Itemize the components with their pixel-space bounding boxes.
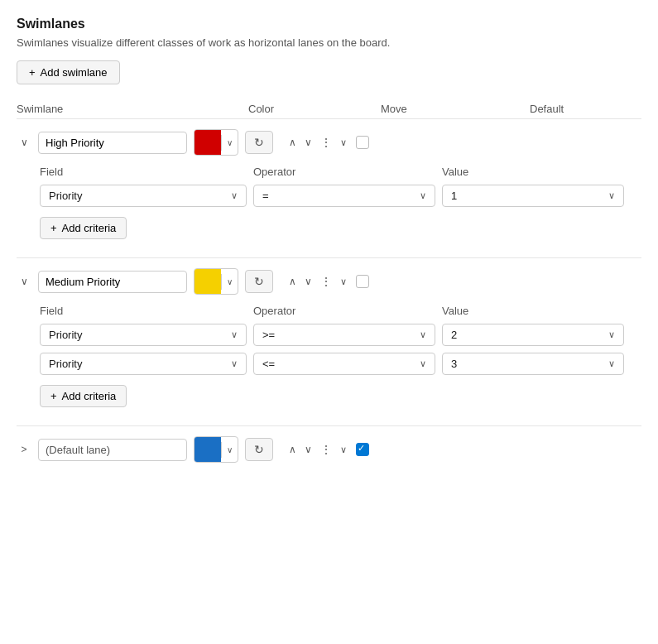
criteria-header-medium-priority: Field Operator Value: [40, 305, 641, 317]
move-up-button-high-priority[interactable]: ∧: [286, 135, 299, 150]
chevron-down-icon: ∨: [608, 190, 615, 201]
refresh-button-default-lane[interactable]: ↻: [245, 438, 273, 461]
color-picker-medium-priority[interactable]: ∨: [194, 268, 238, 295]
chevron-down-icon: ∨: [231, 329, 238, 340]
value-select-medium-priority-2[interactable]: 3 ∨: [442, 353, 624, 375]
default-checked-indicator: [356, 443, 369, 456]
more-options-button-default-lane[interactable]: ⋮: [318, 441, 334, 458]
color-dropdown-chevron-medium[interactable]: ∨: [221, 274, 238, 290]
criteria-row-medium-priority-1: Priority ∨ >= ∨ 2 ∨: [40, 324, 641, 346]
swimlane-medium-priority: ∨ ∨ ↻ ∧ ∨ ⋮ ∨ Field Operator Value Prior…: [17, 258, 641, 426]
add-criteria-button-medium-priority[interactable]: + Add criteria: [40, 385, 127, 407]
page-title: Swimlanes: [17, 17, 641, 31]
move-controls-default-lane: ∧ ∨ ⋮ ∨: [286, 441, 349, 458]
chevron-down-icon: ∨: [231, 358, 238, 369]
field-select-medium-priority-2[interactable]: Priority ∨: [40, 353, 247, 375]
expand-button-default-lane[interactable]: >: [17, 442, 31, 457]
value-label: Value: [442, 305, 624, 317]
default-checkbox-medium-priority[interactable]: [356, 275, 369, 288]
expand-move-button-high-priority[interactable]: ∨: [338, 136, 349, 150]
swimlane-name-input-high-priority[interactable]: [38, 132, 187, 154]
plus-icon: +: [50, 222, 57, 234]
swimlane-name-input-default-lane[interactable]: [38, 439, 187, 461]
chevron-down-icon: ∨: [608, 329, 615, 340]
color-picker-high-priority[interactable]: ∨: [194, 129, 238, 156]
operator-label: Operator: [253, 305, 435, 317]
collapse-button-medium-priority[interactable]: ∨: [17, 274, 31, 289]
field-label: Field: [40, 305, 247, 317]
color-dropdown-chevron-default[interactable]: ∨: [221, 442, 238, 458]
move-controls-medium-priority: ∧ ∨ ⋮ ∨: [286, 273, 349, 290]
criteria-header-high-priority: Field Operator Value: [40, 166, 641, 178]
criteria-section-medium-priority: Field Operator Value Priority ∨ >= ∨ 2 ∨…: [40, 305, 641, 407]
move-down-button-medium-priority[interactable]: ∨: [302, 274, 315, 289]
chevron-down-icon: ∨: [420, 329, 426, 340]
more-options-button-medium-priority[interactable]: ⋮: [318, 273, 334, 290]
collapse-button-high-priority[interactable]: ∨: [17, 135, 31, 150]
criteria-section-high-priority: Field Operator Value Priority ∨ = ∨ 1 ∨ …: [40, 166, 641, 239]
default-checkbox-high-priority[interactable]: [356, 136, 369, 149]
operator-label: Operator: [253, 166, 435, 178]
expand-move-button-default-lane[interactable]: ∨: [338, 443, 349, 457]
more-options-button-high-priority[interactable]: ⋮: [318, 134, 334, 151]
value-select-medium-priority-1[interactable]: 2 ∨: [442, 324, 624, 346]
operator-select-medium-priority-2[interactable]: <= ∨: [253, 353, 435, 375]
criteria-row-medium-priority-2: Priority ∨ <= ∨ 3 ∨: [40, 353, 641, 375]
table-header: Swimlane Color Move Default: [17, 99, 641, 119]
swimlane-header-row-default: > ∨ ↻ ∧ ∨ ⋮ ∨: [17, 436, 641, 463]
swimlane-header-row-medium: ∨ ∨ ↻ ∧ ∨ ⋮ ∨: [17, 268, 641, 295]
color-swatch-high-priority: [195, 130, 221, 155]
field-label: Field: [40, 166, 247, 178]
color-dropdown-chevron[interactable]: ∨: [221, 135, 238, 151]
field-select-medium-priority-1[interactable]: Priority ∨: [40, 324, 247, 346]
swimlane-header-row: ∨ ∨ ↻ ∧ ∨ ⋮ ∨: [17, 129, 641, 156]
add-swimlane-button[interactable]: + Add swimlane: [17, 60, 120, 84]
refresh-button-medium-priority[interactable]: ↻: [245, 270, 273, 293]
field-select-high-priority-1[interactable]: Priority ∨: [40, 185, 247, 207]
col-color: Color: [248, 103, 381, 115]
col-swimlane: Swimlane: [17, 103, 248, 115]
swimlane-name-input-medium-priority[interactable]: [38, 271, 187, 293]
color-swatch-default-lane: [195, 437, 221, 462]
refresh-button-high-priority[interactable]: ↻: [245, 131, 273, 154]
add-criteria-button-high-priority[interactable]: + Add criteria: [40, 217, 127, 239]
swimlane-default-lane: > ∨ ↻ ∧ ∨ ⋮ ∨: [17, 426, 641, 483]
color-picker-default-lane[interactable]: ∨: [194, 436, 238, 463]
col-move: Move: [381, 103, 530, 115]
move-down-button-default-lane[interactable]: ∨: [302, 442, 315, 457]
col-default: Default: [530, 103, 596, 115]
move-down-button-high-priority[interactable]: ∨: [302, 135, 315, 150]
move-up-button-default-lane[interactable]: ∧: [286, 442, 299, 457]
swimlane-high-priority: ∨ ∨ ↻ ∧ ∨ ⋮ ∨ Field Operator Value Prior…: [17, 119, 641, 258]
page-subtitle: Swimlanes visualize different classes of…: [17, 36, 641, 49]
color-swatch-medium-priority: [195, 269, 221, 294]
value-select-high-priority-1[interactable]: 1 ∨: [442, 185, 624, 207]
move-controls-high-priority: ∧ ∨ ⋮ ∨: [286, 134, 349, 151]
expand-move-button-medium-priority[interactable]: ∨: [338, 275, 349, 289]
chevron-down-icon: ∨: [420, 190, 426, 201]
chevron-down-icon: ∨: [231, 190, 238, 201]
operator-select-medium-priority-1[interactable]: >= ∨: [253, 324, 435, 346]
plus-icon: +: [29, 66, 36, 79]
chevron-down-icon: ∨: [420, 358, 426, 369]
plus-icon: +: [50, 390, 57, 402]
move-up-button-medium-priority[interactable]: ∧: [286, 274, 299, 289]
value-label: Value: [442, 166, 624, 178]
criteria-row-high-priority-1: Priority ∨ = ∨ 1 ∨: [40, 185, 641, 207]
operator-select-high-priority-1[interactable]: = ∨: [253, 185, 435, 207]
chevron-down-icon: ∨: [608, 358, 615, 369]
